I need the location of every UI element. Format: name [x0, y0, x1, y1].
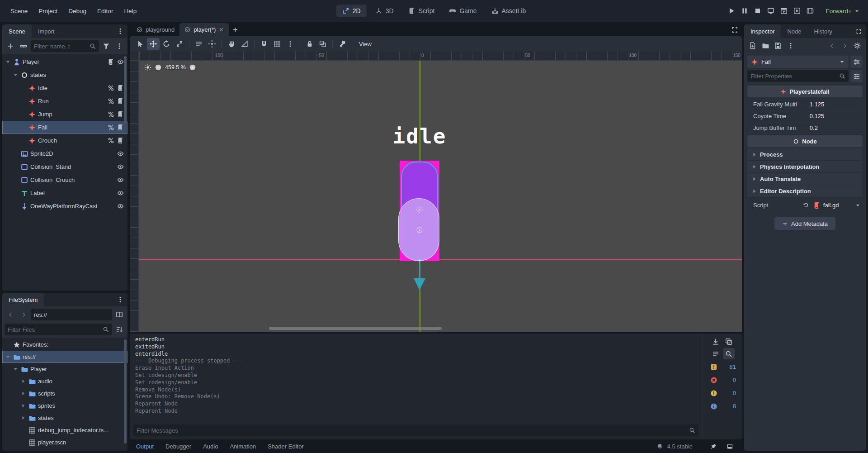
- shape-handle[interactable]: [417, 207, 423, 213]
- scene-node-player[interactable]: Player: [2, 55, 127, 68]
- dock-tab-scene[interactable]: Scene: [2, 24, 32, 38]
- bottom-tab-shader-editor[interactable]: Shader Editor: [268, 443, 304, 450]
- scene-dock-menu-button[interactable]: [114, 25, 126, 37]
- property-value[interactable]: 0.125: [810, 113, 862, 119]
- file-filter-field[interactable]: [5, 324, 112, 335]
- fs-item-scripts[interactable]: scripts: [2, 387, 127, 400]
- property-filter-input[interactable]: [750, 73, 837, 80]
- property-name-style-button[interactable]: [850, 70, 863, 82]
- scene-tab-player[interactable]: player(*): [179, 23, 229, 36]
- filter-options-button[interactable]: [100, 40, 112, 52]
- chevron-down-icon[interactable]: [855, 202, 861, 208]
- script-property-row[interactable]: Script fall.gd: [747, 198, 863, 212]
- canvas-hscrollbar[interactable]: [269, 327, 442, 330]
- menu-scene[interactable]: Scene: [5, 5, 33, 17]
- dock-expand-button[interactable]: [853, 25, 864, 37]
- workspace-script[interactable]: Script: [402, 5, 441, 17]
- dock-tab-node[interactable]: Node: [781, 24, 807, 38]
- bottom-tab-debugger[interactable]: Debugger: [165, 443, 191, 450]
- zoom-in-button[interactable]: [189, 64, 196, 71]
- pause-button[interactable]: [739, 5, 750, 17]
- fs-item-res[interactable]: res://: [2, 351, 127, 363]
- renderer-select[interactable]: Forward+: [821, 6, 863, 16]
- pan-tool[interactable]: [225, 38, 238, 50]
- scene-node-fall[interactable]: Fall: [2, 121, 127, 134]
- skeleton-options-menu[interactable]: [336, 38, 349, 50]
- copy-log-button[interactable]: [723, 336, 735, 347]
- file-filter-input[interactable]: [8, 326, 100, 333]
- shape-handle[interactable]: [417, 227, 423, 233]
- scene-filter-field[interactable]: [31, 40, 99, 52]
- play-button[interactable]: [726, 5, 737, 17]
- property-jump-buffer-tim[interactable]: Jump Buffer Tim0.2: [747, 122, 863, 134]
- log-filter-counter-1[interactable]: 0: [704, 373, 740, 386]
- property-coyote-time[interactable]: Coyote Time0.125: [747, 110, 863, 122]
- canvas-2d[interactable]: idle 459.5 %: [139, 61, 742, 332]
- new-scene-tab-button[interactable]: [230, 24, 241, 35]
- bottom-tab-animation[interactable]: Animation: [230, 443, 256, 450]
- scene-tree-scrollbar[interactable]: [124, 56, 127, 124]
- menu-project[interactable]: Project: [33, 5, 62, 17]
- bottom-tab-output[interactable]: Output: [136, 443, 154, 450]
- filesystem-menu-button[interactable]: [114, 294, 126, 305]
- movie-mode-button[interactable]: [804, 5, 816, 17]
- list-select-tool[interactable]: [193, 38, 205, 50]
- instance-scene-button[interactable]: [18, 40, 29, 52]
- scene-node-collision-stand[interactable]: Collision_Stand: [2, 160, 127, 173]
- scene-node-jump[interactable]: Jump: [2, 108, 127, 121]
- history-back-button[interactable]: [5, 309, 16, 320]
- scale-tool[interactable]: [173, 38, 186, 50]
- new-resource-button[interactable]: [747, 40, 759, 52]
- workspace-game[interactable]: Game: [443, 5, 482, 17]
- scene-node-sprite2d[interactable]: Sprite2D: [2, 147, 127, 160]
- menu-editor[interactable]: Editor: [92, 5, 118, 17]
- group-selected-button[interactable]: [316, 38, 329, 50]
- add-node-button[interactable]: [5, 40, 16, 52]
- snap-options-menu[interactable]: [284, 38, 297, 50]
- collapse-duplicates-button[interactable]: [710, 348, 722, 359]
- log-filter-counter-3[interactable]: 8: [704, 400, 740, 413]
- path-field[interactable]: [31, 309, 112, 320]
- scene-node-label[interactable]: Label: [2, 186, 127, 200]
- rotate-tool[interactable]: [160, 38, 173, 50]
- tab-filesystem[interactable]: FileSystem: [2, 293, 44, 306]
- close-icon[interactable]: [219, 27, 224, 32]
- dock-tab-import[interactable]: Import: [32, 24, 61, 38]
- revert-script-button[interactable]: [802, 201, 811, 210]
- extra-resource-options-button[interactable]: [850, 56, 863, 68]
- workspace-assetlib[interactable]: AssetLib: [486, 5, 532, 17]
- save-resource-button[interactable]: [772, 40, 784, 52]
- scene-node-crouch[interactable]: Crouch: [2, 134, 127, 147]
- zoom-level[interactable]: 459.5 %: [165, 64, 186, 71]
- fs-item-bitmap-svg[interactable]: bitmap.svg: [2, 448, 127, 451]
- scene-node-onewayplatformraycast[interactable]: OneWayPlatformRayCast: [2, 200, 127, 213]
- fs-item-states[interactable]: states: [2, 412, 127, 424]
- play-custom-scene-button[interactable]: [791, 5, 803, 17]
- inspector-back-button[interactable]: [826, 40, 838, 52]
- menu-help[interactable]: Help: [119, 5, 142, 17]
- stop-button[interactable]: [752, 5, 764, 17]
- search-log-button[interactable]: [723, 348, 735, 359]
- group-physics-interpolation[interactable]: Physics Interpolation: [747, 161, 863, 173]
- resource-options-button[interactable]: [785, 40, 797, 52]
- message-filter-input[interactable]: [137, 427, 687, 434]
- scene-node-collision-crouch[interactable]: Collision_Crouch: [2, 173, 127, 186]
- fs-item-debug-jump-indecator-ts[interactable]: debug_jump_indecator.ts...: [2, 424, 127, 436]
- file-sort-button[interactable]: [113, 324, 125, 335]
- log-filter-counter-2[interactable]: 0: [704, 386, 740, 400]
- load-resource-button[interactable]: [760, 40, 771, 52]
- filesystem-scrollbar[interactable]: [124, 339, 127, 443]
- scene-node-idle[interactable]: Idle: [2, 81, 127, 95]
- toggle-split-mode-button[interactable]: [113, 309, 125, 320]
- log-filter-counter-0[interactable]: 81: [704, 360, 740, 373]
- add-metadata-button[interactable]: Add Metadata: [774, 217, 835, 230]
- fs-item-favorites[interactable]: Favorites:: [2, 339, 127, 351]
- fs-item-sprites[interactable]: sprites: [2, 400, 127, 412]
- distraction-free-button[interactable]: [729, 24, 740, 35]
- property-fall-gravity-multi[interactable]: Fall Gravity Multi1.125: [747, 99, 863, 110]
- bottom-tab-audio[interactable]: Audio: [203, 443, 218, 450]
- property-value[interactable]: 1.125: [810, 101, 862, 108]
- scene-node-states[interactable]: states: [2, 68, 127, 81]
- object-properties-menu-button[interactable]: [851, 40, 863, 52]
- group-process[interactable]: Process: [747, 148, 863, 161]
